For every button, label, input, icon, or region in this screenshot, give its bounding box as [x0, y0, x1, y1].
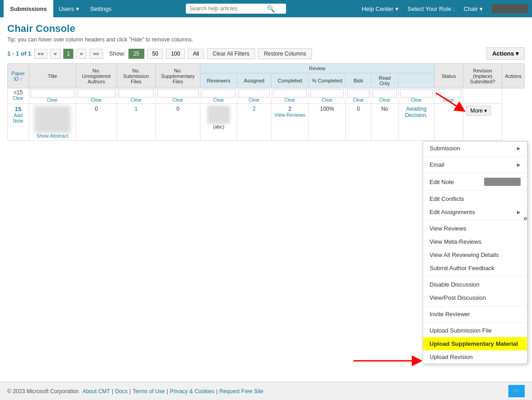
reviewer-label: (abc): [203, 124, 234, 129]
bids-filter-cell: Clear: [346, 88, 371, 104]
revision-filter-input[interactable]: [436, 89, 462, 97]
assigned-clear-link[interactable]: Clear: [239, 97, 270, 103]
assigned-subheader[interactable]: Assigned: [237, 73, 271, 88]
search-icon[interactable]: 🔍: [267, 5, 275, 12]
dropdown-item-submission[interactable]: Submission ▶: [423, 142, 527, 146]
more-button[interactable]: More ▾: [466, 106, 491, 116]
sub-files-filter-cell: Clear: [117, 88, 155, 104]
first-page-button[interactable]: ««: [34, 49, 47, 59]
sub-files-cell: 1: [117, 104, 155, 141]
revision-cell: [434, 104, 463, 141]
add-note-link[interactable]: Add Note: [10, 113, 26, 123]
completed-filter-cell: Clear: [271, 88, 308, 104]
clear-all-filters-button[interactable]: Clear All Filters: [207, 48, 256, 59]
status-header[interactable]: Status: [434, 64, 463, 88]
paper-id-header[interactable]: Paper ID ↑: [8, 64, 29, 88]
unregistered-authors-header[interactable]: No. Unregistered Authors: [76, 64, 117, 88]
submissions-table: Paper ID ↑ Title No. Unregistered Author…: [7, 63, 525, 141]
assigned-filter-input[interactable]: [239, 89, 270, 97]
supplementary-files-header[interactable]: No. Supplementary Files: [155, 64, 200, 88]
read-only-cell: No: [371, 104, 399, 141]
top-navigation: Submissions Users ▾ Settings 🔍 Help Cent…: [0, 0, 532, 17]
reviewers-filter-input[interactable]: [202, 89, 235, 97]
pct-clear-link[interactable]: Clear: [310, 97, 344, 103]
assigned-value[interactable]: 2: [252, 106, 256, 112]
revision-clear-link[interactable]: Clear: [436, 97, 462, 103]
bids-subheader[interactable]: Bids: [346, 73, 371, 88]
read-only-clear-link[interactable]: Clear: [373, 97, 397, 103]
supp-files-filter-input[interactable]: [157, 89, 199, 97]
status-filter-input[interactable]: [400, 89, 433, 97]
revision-filter-cell: Clear: [434, 88, 463, 104]
user-avatar-bar: [492, 4, 528, 13]
reviewer-blurred: [207, 106, 230, 124]
title-filter-input[interactable]: [31, 89, 75, 97]
sub-files-filter-input[interactable]: [118, 89, 154, 97]
sub-files-value[interactable]: 1: [134, 106, 138, 112]
select-role-label: Select Your Role :: [404, 4, 458, 14]
completed-filter-input[interactable]: [273, 89, 307, 97]
help-center-link[interactable]: Help Center ▾: [358, 4, 402, 14]
pct-filter-input[interactable]: [310, 89, 344, 97]
chevron-down-icon: ▾: [395, 5, 399, 12]
bids-clear-link[interactable]: Clear: [347, 97, 369, 103]
show-25-button[interactable]: 25: [128, 49, 144, 59]
role-link[interactable]: Chair ▾: [460, 4, 486, 14]
pagination-info: 1 - 1 of 1: [7, 50, 31, 57]
read-only-filter-input[interactable]: [373, 89, 397, 97]
sub-files-clear-link[interactable]: Clear: [118, 97, 154, 103]
prev-page-button[interactable]: «: [50, 49, 61, 59]
settings-nav-link[interactable]: Settings: [85, 3, 117, 15]
show-100-button[interactable]: 100: [166, 49, 185, 59]
chevron-down-icon: ▾: [484, 108, 487, 114]
view-reviews-link[interactable]: View Reviews: [274, 112, 306, 118]
bids-filter-input[interactable]: [347, 89, 369, 97]
status-cell: Awaiting Decision.: [399, 104, 435, 141]
read-only-subheader[interactable]: Read Only: [371, 73, 399, 88]
current-page-button[interactable]: 1: [63, 49, 74, 59]
paper-id-clear-link[interactable]: Clear: [9, 96, 27, 101]
completed-subheader[interactable]: Completed: [271, 73, 308, 88]
title-filter-cell: Clear: [29, 88, 76, 104]
unreg-authors-cell: 0: [76, 104, 117, 141]
paper-id-filter-cell: =15 Clear: [8, 88, 29, 104]
completed-count: 2: [274, 106, 306, 112]
unreg-authors-filter-cell: Clear: [76, 88, 117, 104]
status-clear-link[interactable]: Clear: [400, 97, 433, 103]
submission-files-header[interactable]: No. Submission Files: [117, 64, 155, 88]
show-label: Show:: [109, 50, 126, 57]
submissions-tab[interactable]: Submissions: [4, 0, 53, 17]
supp-files-cell: 0: [155, 104, 200, 141]
bids-cell: 0: [346, 104, 371, 141]
page-tip: Tip: you can hover over column headers a…: [7, 36, 525, 43]
reviewers-subheader[interactable]: Reviewers: [200, 73, 237, 88]
users-nav-link[interactable]: Users ▾: [53, 3, 85, 15]
reviewers-filter-cell: Clear: [200, 88, 237, 104]
show-abstract-link[interactable]: Show Abstract: [32, 133, 73, 138]
filter-row: =15 Clear Clear Clear Clear: [8, 88, 525, 104]
title-header[interactable]: Title: [29, 64, 76, 88]
actions-header: Actions: [502, 64, 524, 88]
next-page-button[interactable]: »: [76, 49, 87, 59]
paper-id-value[interactable]: 15: [10, 106, 26, 113]
restore-columns-button[interactable]: Restore Columns: [258, 48, 312, 59]
supp-files-filter-cell: Clear: [155, 88, 200, 104]
unreg-authors-clear-link[interactable]: Clear: [77, 97, 115, 103]
title-clear-link[interactable]: Clear: [31, 97, 75, 103]
reviewers-clear-link[interactable]: Clear: [202, 97, 235, 103]
actions-filter-cell: [463, 88, 502, 104]
actions-main-button[interactable]: Actions ▾: [486, 47, 525, 60]
completed-cell: 2 View Reviews: [271, 104, 308, 141]
completed-clear-link[interactable]: Clear: [273, 97, 307, 103]
search-input[interactable]: [189, 5, 267, 12]
submissions-table-wrap: Paper ID ↑ Title No. Unregistered Author…: [7, 63, 525, 141]
revision-header[interactable]: Revision (Inplace) Submitted?: [463, 64, 502, 88]
pct-completed-cell: 100%: [308, 104, 346, 141]
unreg-authors-filter-input[interactable]: [77, 89, 115, 97]
show-all-button[interactable]: All: [188, 49, 204, 59]
supp-files-clear-link[interactable]: Clear: [157, 97, 199, 103]
last-page-button[interactable]: »»: [89, 49, 102, 59]
pct-completed-subheader[interactable]: % Completed: [308, 73, 346, 88]
show-50-button[interactable]: 50: [147, 49, 163, 59]
chevron-down-icon: ▾: [480, 5, 483, 12]
